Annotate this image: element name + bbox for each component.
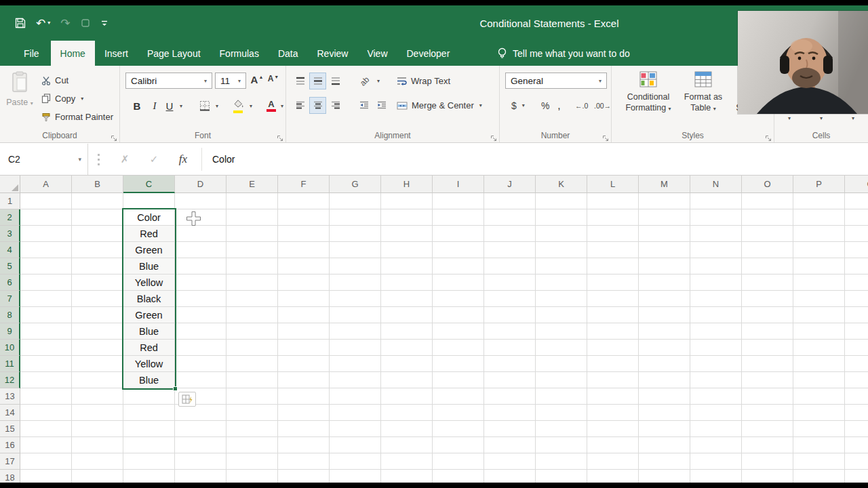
cell-G8[interactable] [330, 307, 381, 323]
cell-J9[interactable] [484, 323, 536, 340]
decrease-font-size-button[interactable]: A▼ [265, 73, 281, 89]
cell-D2[interactable] [175, 209, 226, 226]
tab-formulas[interactable]: Formulas [210, 41, 269, 66]
cell-C3[interactable]: Red [123, 226, 175, 242]
cell-M18[interactable] [639, 470, 690, 483]
row-header-5[interactable]: 5 [0, 258, 20, 274]
cell-A2[interactable] [20, 209, 72, 226]
cell-H17[interactable] [381, 453, 433, 470]
cell-L17[interactable] [587, 453, 639, 470]
cell-E14[interactable] [226, 405, 278, 421]
column-header-M[interactable]: M [639, 176, 690, 193]
cell-L1[interactable] [587, 193, 639, 209]
cell-A14[interactable] [20, 405, 72, 421]
font-size-select[interactable]: 11 ▾ [215, 73, 246, 89]
cell-I14[interactable] [433, 405, 484, 421]
cell-C11[interactable]: Yellow [123, 356, 175, 372]
cell-Q8[interactable] [845, 307, 868, 323]
cell-A12[interactable] [20, 372, 72, 388]
cell-I9[interactable] [433, 323, 484, 340]
cell-J17[interactable] [484, 453, 536, 470]
cell-O12[interactable] [742, 372, 793, 388]
cell-Q10[interactable] [845, 340, 868, 356]
tab-insert[interactable]: Insert [95, 41, 138, 66]
cell-K5[interactable] [536, 258, 587, 274]
row-header-12[interactable]: 12 [0, 372, 20, 388]
cell-N2[interactable] [690, 209, 742, 226]
column-header-A[interactable]: A [20, 176, 72, 193]
cell-P1[interactable] [793, 193, 845, 209]
cell-J8[interactable] [484, 307, 536, 323]
cell-L6[interactable] [587, 274, 639, 291]
format-as-table-button[interactable]: Format as Table ▾ [679, 70, 727, 115]
cell-J16[interactable] [484, 437, 536, 453]
cell-I16[interactable] [433, 437, 484, 453]
cell-D8[interactable] [175, 307, 226, 323]
cell-F8[interactable] [278, 307, 330, 323]
cell-O11[interactable] [742, 356, 793, 372]
cell-D12[interactable] [175, 372, 226, 388]
bold-button[interactable]: B [130, 97, 144, 115]
delete-cells-dropdown-icon[interactable]: ▾ [806, 113, 836, 124]
cell-E17[interactable] [226, 453, 278, 470]
cell-Q3[interactable] [845, 226, 868, 242]
conditional-formatting-button[interactable]: Conditional Formatting ▾ [620, 70, 677, 115]
cell-O10[interactable] [742, 340, 793, 356]
tab-file[interactable]: File [12, 41, 51, 66]
cell-E3[interactable] [226, 226, 278, 242]
cell-K9[interactable] [536, 323, 587, 340]
cell-N11[interactable] [690, 356, 742, 372]
cell-B14[interactable] [72, 405, 123, 421]
cell-I2[interactable] [433, 209, 484, 226]
formula-input[interactable]: Color [212, 144, 235, 175]
percent-style-button[interactable]: % [539, 97, 551, 114]
cell-J12[interactable] [484, 372, 536, 388]
cell-M10[interactable] [639, 340, 690, 356]
wrap-text-button[interactable]: Wrap Text [395, 73, 452, 89]
merge-center-dropdown-icon[interactable]: ▾ [479, 102, 482, 108]
cell-A9[interactable] [20, 323, 72, 340]
alignment-dialog-launcher[interactable] [490, 132, 497, 139]
cell-M7[interactable] [639, 291, 690, 307]
cell-K17[interactable] [536, 453, 587, 470]
cell-K14[interactable] [536, 405, 587, 421]
column-header-Q[interactable]: Q [845, 176, 868, 193]
cell-O4[interactable] [742, 242, 793, 258]
cell-M16[interactable] [639, 437, 690, 453]
cell-K16[interactable] [536, 437, 587, 453]
cell-N8[interactable] [690, 307, 742, 323]
cell-P7[interactable] [793, 291, 845, 307]
cell-D5[interactable] [175, 258, 226, 274]
cell-L5[interactable] [587, 258, 639, 274]
row-header-18[interactable]: 18 [0, 470, 20, 483]
quick-analysis-button[interactable] [178, 392, 196, 407]
cell-H4[interactable] [381, 242, 433, 258]
cell-K4[interactable] [536, 242, 587, 258]
row-header-1[interactable]: 1 [0, 193, 20, 209]
cell-P16[interactable] [793, 437, 845, 453]
cell-C6[interactable]: Yellow [123, 274, 175, 291]
cell-H11[interactable] [381, 356, 433, 372]
cell-L3[interactable] [587, 226, 639, 242]
cell-P11[interactable] [793, 356, 845, 372]
cell-J6[interactable] [484, 274, 536, 291]
cell-D18[interactable] [175, 470, 226, 483]
enter-button[interactable]: ✓ [144, 149, 163, 169]
cell-C12[interactable]: Blue [123, 372, 175, 388]
cell-G2[interactable] [330, 209, 381, 226]
cell-A16[interactable] [20, 437, 72, 453]
cell-I15[interactable] [433, 421, 484, 437]
number-format-select[interactable]: General ▾ [505, 73, 607, 89]
cell-E7[interactable] [226, 291, 278, 307]
cell-F16[interactable] [278, 437, 330, 453]
cell-G18[interactable] [330, 470, 381, 483]
cell-N16[interactable] [690, 437, 742, 453]
cell-P6[interactable] [793, 274, 845, 291]
cell-F18[interactable] [278, 470, 330, 483]
cell-K12[interactable] [536, 372, 587, 388]
cell-J13[interactable] [484, 388, 536, 405]
cell-K15[interactable] [536, 421, 587, 437]
merge-center-button[interactable]: Merge & Center ▾ [395, 97, 498, 114]
cell-H6[interactable] [381, 274, 433, 291]
insert-function-button[interactable]: fx [174, 149, 193, 169]
